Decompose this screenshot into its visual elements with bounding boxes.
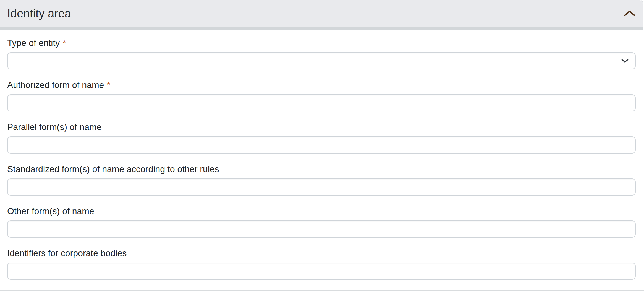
field-label: Standardized form(s) of name according t… — [7, 164, 636, 174]
chevron-up-icon — [624, 11, 635, 16]
field-control — [7, 52, 636, 69]
form-field: Identifiers for corporate bodies — [7, 248, 636, 280]
parallel-form-s-of-name-input[interactable] — [7, 136, 636, 154]
authorized-form-of-name-input[interactable] — [7, 94, 636, 111]
field-label-text: Identifiers for corporate bodies — [7, 248, 127, 258]
field-control — [7, 178, 636, 196]
required-asterisk: * — [62, 38, 66, 48]
form-field: Parallel form(s) of name — [7, 122, 636, 154]
standardized-form-s-of-name-according-to-other-rules-input[interactable] — [7, 178, 636, 196]
chevron-down-icon — [621, 59, 629, 63]
form-field: Authorized form of name* — [7, 80, 636, 111]
identity-form: Type of entity* Authorized form of name*… — [0, 30, 643, 289]
form-field: Other form(s) of name — [7, 206, 636, 238]
field-label-text: Other form(s) of name — [7, 206, 94, 216]
field-label: Identifiers for corporate bodies — [7, 248, 636, 258]
accordion-header-identity-area[interactable]: Identity area — [0, 0, 643, 27]
section-title: Identity area — [7, 7, 71, 20]
form-field: Type of entity* — [7, 38, 636, 69]
field-label-text: Standardized form(s) of name according t… — [7, 164, 219, 174]
field-control — [7, 263, 636, 280]
field-label-text: Type of entity — [7, 38, 60, 48]
header-divider — [0, 27, 643, 30]
field-label: Authorized form of name* — [7, 80, 636, 90]
identifiers-for-corporate-bodies-input[interactable] — [7, 263, 636, 280]
form-field: Standardized form(s) of name according t… — [7, 164, 636, 196]
type-of-entity-select[interactable] — [7, 52, 636, 69]
field-label: Type of entity* — [7, 38, 636, 48]
field-label-text: Authorized form of name — [7, 80, 104, 90]
field-label: Other form(s) of name — [7, 206, 636, 216]
field-control — [7, 94, 636, 111]
identity-area-section: Identity area Type of entity* Authorized… — [0, 0, 643, 290]
field-control — [7, 136, 636, 154]
field-label-text: Parallel form(s) of name — [7, 122, 101, 132]
required-asterisk: * — [107, 80, 110, 90]
field-control — [7, 220, 636, 238]
field-label: Parallel form(s) of name — [7, 122, 636, 132]
other-form-s-of-name-input[interactable] — [7, 220, 636, 238]
